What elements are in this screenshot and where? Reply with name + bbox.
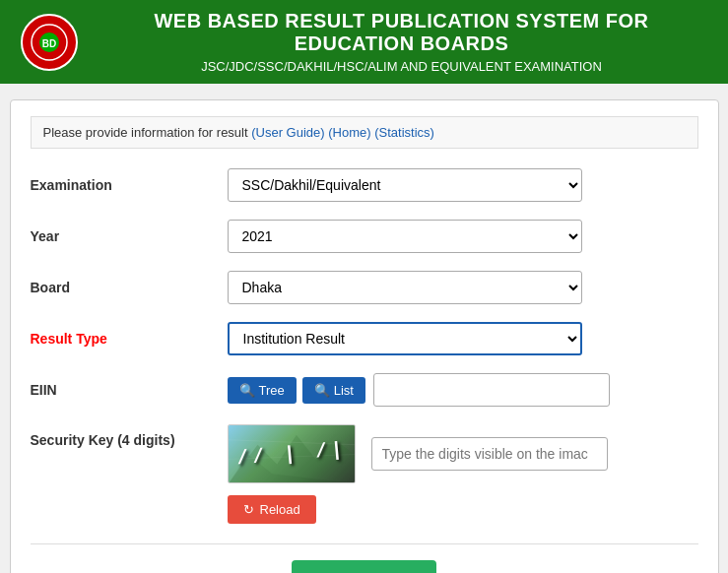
- captcha-image: // | /|: [228, 424, 356, 483]
- reload-icon: ↻: [243, 502, 254, 517]
- get-result-button[interactable]: Get Result: [292, 560, 436, 573]
- examination-label: Examination: [31, 177, 228, 193]
- eiin-row: EIIN 🔍 Tree 🔍 List: [31, 373, 698, 407]
- security-key-row: Security Key (4 digits) // | /|: [31, 424, 698, 483]
- list-button-label: List: [334, 383, 354, 398]
- board-label: Board: [31, 280, 228, 295]
- reload-label: Reload: [260, 502, 300, 517]
- result-type-row: Result Type Individual Result Institutio…: [31, 322, 698, 355]
- svg-text:BD: BD: [42, 38, 56, 49]
- board-row: Board Dhaka Rajshahi Comilla Jessore Chi…: [31, 271, 698, 304]
- captcha-background: // | /|: [229, 425, 355, 482]
- security-content: // | /|: [228, 424, 698, 483]
- header-title: WEB BASED RESULT PUBLICATION SYSTEM FOR …: [95, 10, 708, 55]
- eiin-input[interactable]: [373, 373, 610, 407]
- security-key-label: Security Key (4 digits): [31, 424, 228, 448]
- board-select[interactable]: Dhaka Rajshahi Comilla Jessore Chittagon…: [228, 271, 582, 304]
- year-row: Year 2017 2018 2019 2020 2021 2022 2023: [31, 220, 698, 253]
- security-key-input[interactable]: [371, 437, 608, 471]
- user-guide-link[interactable]: (User Guide): [251, 125, 324, 140]
- page-header: BD WEB BASED RESULT PUBLICATION SYSTEM F…: [0, 0, 728, 84]
- header-text-block: WEB BASED RESULT PUBLICATION SYSTEM FOR …: [95, 10, 708, 74]
- eiin-label: EIIN: [31, 382, 228, 398]
- reload-row: ↻ Reload: [228, 495, 698, 524]
- eiin-buttons: 🔍 Tree 🔍 List: [228, 377, 365, 404]
- eiin-tree-button[interactable]: 🔍 Tree: [228, 377, 297, 404]
- header-subtitle: JSC/JDC/SSC/DAKHIL/HSC/ALIM AND EQUIVALE…: [95, 59, 708, 74]
- divider: [31, 543, 698, 544]
- tree-button-label: Tree: [259, 383, 285, 398]
- main-container: Please provide information for result (U…: [10, 99, 719, 573]
- year-select[interactable]: 2017 2018 2019 2020 2021 2022 2023: [228, 220, 582, 253]
- examination-select[interactable]: SSC/Dakhil/Equivalent JSC/JDC HSC/Alim/E…: [228, 168, 582, 202]
- get-result-row: Get Result: [31, 560, 698, 573]
- year-label: Year: [31, 228, 228, 244]
- reload-button[interactable]: ↻ Reload: [228, 495, 316, 524]
- info-bar: Please provide information for result (U…: [31, 116, 698, 149]
- info-text: Please provide information for result: [43, 125, 248, 140]
- logo: BD: [20, 13, 79, 72]
- result-type-label: Result Type: [31, 331, 228, 347]
- eiin-list-button[interactable]: 🔍 List: [302, 377, 365, 404]
- result-type-select[interactable]: Individual Result Institution Result: [228, 322, 582, 355]
- home-link[interactable]: (Home): [328, 125, 370, 140]
- statistics-link[interactable]: (Statistics): [374, 125, 434, 140]
- search-icon: 🔍: [239, 383, 255, 398]
- list-search-icon: 🔍: [314, 383, 330, 398]
- examination-row: Examination SSC/Dakhil/Equivalent JSC/JD…: [31, 168, 698, 202]
